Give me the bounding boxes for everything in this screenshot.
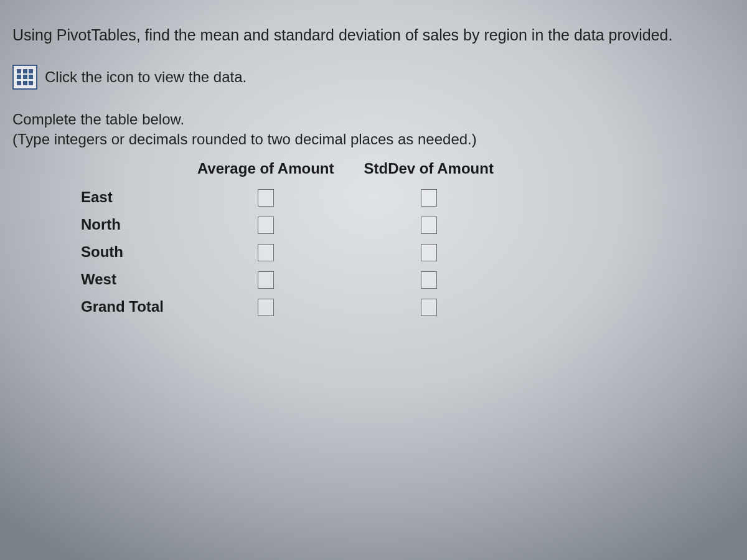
east-average-input[interactable] [258, 189, 274, 207]
view-data-link[interactable]: Click the icon to view the data. [45, 68, 247, 86]
answer-table: Average of Amount StdDev of Amount East … [62, 156, 509, 320]
view-data-icon[interactable] [12, 65, 37, 90]
row-label-south: South [62, 238, 182, 266]
row-label-east: East [62, 184, 182, 211]
north-stddev-input[interactable] [421, 217, 437, 234]
instructions-line2: (Type integers or decimals rounded to tw… [12, 131, 477, 147]
row-label-grand-total: Grand Total [62, 293, 182, 320]
table-row: North [62, 211, 509, 238]
table-row: South [62, 238, 509, 266]
header-stddev: StdDev of Amount [349, 156, 508, 184]
west-stddev-input[interactable] [421, 271, 437, 289]
view-data-row: Click the icon to view the data. [12, 65, 735, 90]
west-average-input[interactable] [258, 271, 274, 289]
table-row: Grand Total [62, 293, 509, 320]
question-page: Using PivotTables, find the mean and sta… [0, 0, 747, 320]
grandtotal-average-input[interactable] [258, 299, 274, 316]
instructions-line1: Complete the table below. [12, 111, 184, 128]
table-row: East [62, 184, 509, 211]
instructions: Complete the table below. (Type integers… [12, 110, 735, 150]
question-prompt: Using PivotTables, find the mean and sta… [12, 25, 735, 46]
east-stddev-input[interactable] [421, 189, 437, 207]
grandtotal-stddev-input[interactable] [421, 299, 437, 316]
header-average: Average of Amount [182, 156, 349, 184]
header-row: Average of Amount StdDev of Amount [62, 156, 509, 184]
north-average-input[interactable] [258, 217, 274, 234]
south-average-input[interactable] [258, 244, 274, 261]
table-row: West [62, 266, 509, 293]
south-stddev-input[interactable] [421, 244, 437, 261]
row-label-north: North [62, 211, 182, 238]
row-label-west: West [62, 266, 182, 293]
